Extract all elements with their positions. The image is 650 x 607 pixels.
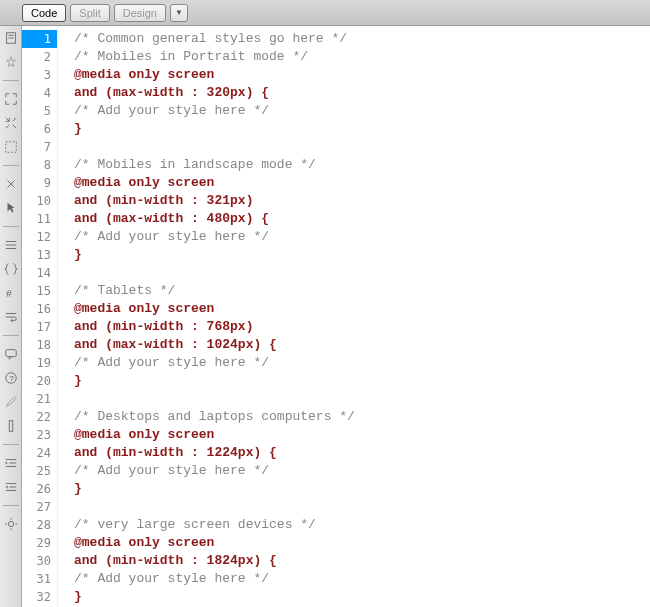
hash-icon[interactable]: # — [3, 285, 19, 301]
line-number[interactable]: 17 — [22, 318, 57, 336]
svg-point-18 — [8, 521, 13, 526]
code-line[interactable]: } — [74, 246, 650, 264]
code-line[interactable]: /* Tablets */ — [74, 282, 650, 300]
code-line[interactable]: } — [74, 588, 650, 606]
line-number[interactable]: 9 — [22, 174, 57, 192]
code-line[interactable]: /* Add your style here */ — [74, 228, 650, 246]
settings-icon[interactable] — [3, 516, 19, 532]
document-icon[interactable] — [3, 30, 19, 46]
line-number[interactable]: 11 — [22, 210, 57, 228]
svg-text:#: # — [5, 288, 11, 300]
svg-rect-8 — [5, 350, 16, 357]
line-number[interactable]: 29 — [22, 534, 57, 552]
code-view-button[interactable]: Code — [22, 4, 66, 22]
svg-rect-3 — [5, 142, 16, 153]
chat-icon[interactable] — [3, 346, 19, 362]
code-line[interactable]: /* Desktops and laptops computers */ — [74, 408, 650, 426]
code-line[interactable]: @media only screen — [74, 174, 650, 192]
line-number[interactable]: 6 — [22, 120, 57, 138]
line-number[interactable]: 22 — [22, 408, 57, 426]
pointer-icon[interactable] — [3, 200, 19, 216]
line-number[interactable]: 27 — [22, 498, 57, 516]
code-line[interactable]: and (min-width : 1824px) { — [74, 552, 650, 570]
line-number[interactable]: 3 — [22, 66, 57, 84]
line-number[interactable]: 18 — [22, 336, 57, 354]
outdent-icon[interactable] — [3, 479, 19, 495]
side-toolbar: # ? — [0, 26, 22, 607]
line-number[interactable]: 13 — [22, 246, 57, 264]
split-view-button[interactable]: Split — [70, 4, 109, 22]
code-line[interactable]: and (min-width : 768px) — [74, 318, 650, 336]
code-line[interactable]: /* very large screen devices */ — [74, 516, 650, 534]
line-number[interactable]: 16 — [22, 300, 57, 318]
code-line[interactable]: /* Add your style here */ — [74, 570, 650, 588]
tag-icon[interactable] — [3, 176, 19, 192]
design-view-button[interactable]: Design — [114, 4, 166, 22]
separator — [3, 226, 19, 227]
code-line[interactable]: @media only screen — [74, 534, 650, 552]
line-number[interactable]: 12 — [22, 228, 57, 246]
code-line[interactable]: /* Add your style here */ — [74, 102, 650, 120]
brush-icon[interactable] — [3, 394, 19, 410]
tool-icon[interactable] — [3, 418, 19, 434]
separator — [3, 165, 19, 166]
line-number[interactable]: 21 — [22, 390, 57, 408]
code-line[interactable]: @media only screen — [74, 66, 650, 84]
code-line[interactable]: /* Add your style here */ — [74, 462, 650, 480]
code-editor[interactable]: 1234567891011121314151617181920212223242… — [22, 26, 650, 607]
select-icon[interactable] — [3, 139, 19, 155]
collapse-icon[interactable] — [3, 115, 19, 131]
code-line[interactable]: and (max-width : 480px) { — [74, 210, 650, 228]
expand-icon[interactable] — [3, 91, 19, 107]
code-line[interactable] — [74, 264, 650, 282]
line-number[interactable]: 5 — [22, 102, 57, 120]
code-line[interactable]: and (min-width : 321px) — [74, 192, 650, 210]
svg-text:?: ? — [9, 374, 14, 383]
indent-icon[interactable] — [3, 455, 19, 471]
svg-rect-11 — [9, 421, 13, 432]
line-number[interactable]: 30 — [22, 552, 57, 570]
line-number[interactable]: 20 — [22, 372, 57, 390]
code-line[interactable]: and (max-width : 1024px) { — [74, 336, 650, 354]
separator — [3, 335, 19, 336]
line-number[interactable]: 14 — [22, 264, 57, 282]
line-number[interactable]: 10 — [22, 192, 57, 210]
line-number[interactable]: 26 — [22, 480, 57, 498]
line-number[interactable]: 25 — [22, 462, 57, 480]
list-icon[interactable] — [3, 237, 19, 253]
line-number[interactable]: 7 — [22, 138, 57, 156]
code-line[interactable]: @media only screen — [74, 426, 650, 444]
code-line[interactable] — [74, 138, 650, 156]
line-number[interactable]: 4 — [22, 84, 57, 102]
code-line[interactable]: /* Common general styles go here */ — [74, 30, 650, 48]
code-line[interactable]: /* Mobiles in landscape mode */ — [74, 156, 650, 174]
star-icon[interactable] — [3, 54, 19, 70]
help-icon[interactable]: ? — [3, 370, 19, 386]
code-line[interactable]: and (max-width : 320px) { — [74, 84, 650, 102]
code-line[interactable]: and (min-width : 1224px) { — [74, 444, 650, 462]
code-line[interactable] — [74, 498, 650, 516]
line-number[interactable]: 23 — [22, 426, 57, 444]
view-dropdown-button[interactable]: ▼ — [170, 4, 188, 22]
line-number[interactable]: 28 — [22, 516, 57, 534]
line-number[interactable]: 15 — [22, 282, 57, 300]
line-number[interactable]: 8 — [22, 156, 57, 174]
main-area: # ? 123456789101112131415161718192021222… — [0, 26, 650, 607]
line-number[interactable]: 1 — [22, 30, 57, 48]
code-line[interactable]: } — [74, 120, 650, 138]
code-line[interactable]: } — [74, 372, 650, 390]
line-number[interactable]: 24 — [22, 444, 57, 462]
code-line[interactable]: /* Mobiles in Portrait mode */ — [74, 48, 650, 66]
code-line[interactable]: /* Add your style here */ — [74, 354, 650, 372]
line-number[interactable]: 19 — [22, 354, 57, 372]
line-number[interactable]: 2 — [22, 48, 57, 66]
line-number[interactable]: 32 — [22, 588, 57, 606]
wrap-icon[interactable] — [3, 309, 19, 325]
separator — [3, 80, 19, 81]
code-line[interactable] — [74, 390, 650, 408]
code-area[interactable]: /* Common general styles go here *//* Mo… — [58, 26, 650, 607]
code-line[interactable]: @media only screen — [74, 300, 650, 318]
line-number[interactable]: 31 — [22, 570, 57, 588]
code-line[interactable]: } — [74, 480, 650, 498]
braces-icon[interactable] — [3, 261, 19, 277]
